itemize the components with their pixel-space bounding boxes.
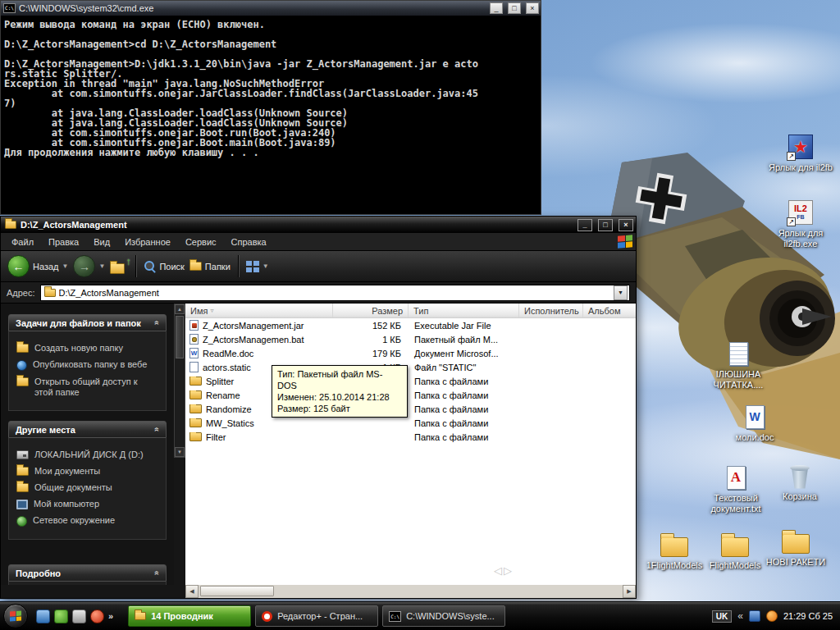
horizontal-scrollbar[interactable] [185,585,636,598]
details-header[interactable]: Подробно [8,564,167,582]
start-button[interactable] [3,604,28,628]
folders-button[interactable]: Папки [189,262,231,272]
column-header-artist[interactable]: Исполнитель [519,304,583,317]
chevron-up-icon[interactable] [153,321,162,326]
sidebar-item-share-folder[interactable]: Открыть общий доступ к этой папке [16,377,158,398]
desktop-icon-text-document[interactable]: ІЛЮШИНА ЧИТАТКА.... [706,340,770,390]
column-header-type[interactable]: Тип [409,304,519,317]
media-player-icon[interactable] [54,609,68,623]
desktop-icon-word-doc[interactable]: моли.doc [723,404,787,443]
column-label: Тип [413,306,428,316]
sidebar-item-local-disk-d[interactable]: ЛОКАЛЬНИЙ ДИСК Д (D:) [16,450,158,460]
desktop-icon-folder-flightmodels[interactable]: FlightModels [703,532,767,571]
batch-file-icon [189,334,199,345]
scrollbar-thumb[interactable] [200,586,274,596]
file-row[interactable]: Randomize Папка с файлами [185,402,636,416]
task-explorer-group[interactable]: 14 Проводник [128,605,251,627]
language-indicator[interactable]: UK [712,610,732,623]
file-row[interactable]: Z_ActorsManagemen.bat 1 КБ Пакетный файл… [185,332,636,346]
tray-app-icon[interactable] [749,610,760,622]
task-editor[interactable]: Редактор+ - Стран... [255,605,378,627]
file-row[interactable]: Filter Папка с файлами [185,430,636,444]
chevron-up-icon[interactable] [153,571,162,576]
file-row[interactable]: actors.static 1 КБ Файл "STATIC" [185,360,636,374]
address-dropdown-button[interactable] [614,285,628,300]
quick-launch [36,609,113,623]
task-cmd[interactable]: C:\WINDOWS\syste... [382,605,505,627]
sidebar-item-publish-web[interactable]: Опубликовать папку в вебе [16,359,158,371]
forward-dropdown-icon[interactable] [98,262,105,270]
other-places-header[interactable]: Другие места [8,421,167,438]
column-header-album[interactable]: Альбом [583,304,636,317]
back-dropdown-icon[interactable] [62,262,69,270]
views-button[interactable] [246,261,269,272]
file-row[interactable]: MW_Statics Папка с файлами [185,416,636,430]
menu-tools[interactable]: Сервис [178,235,224,249]
sidebar-scrollbar[interactable] [174,304,185,458]
sidebar-item-new-folder[interactable]: Создать новую папку [16,343,158,354]
cmd-console[interactable]: Режим вывода команд на экран (ECHO) вклю… [1,16,541,214]
cmd-minimize-button[interactable] [490,2,503,14]
file-row[interactable]: ReadMe.doc 179 КБ Документ Microsof... [185,346,636,360]
scroll-right-button[interactable] [623,585,636,598]
address-input[interactable]: D:\Z_ActorsManagement [40,285,630,301]
back-button[interactable]: Назад [7,255,68,277]
menu-file[interactable]: Файл [4,235,41,249]
show-desktop-icon[interactable] [36,609,50,623]
sidebar-item-network[interactable]: Сетевое окружение [16,515,158,527]
browser-icon[interactable] [90,609,104,623]
explorer-titlebar[interactable]: D:\Z_ActorsManagement [1,217,636,233]
file-name: Rename [206,390,240,400]
search-button[interactable]: Поиск [144,260,184,272]
forward-button[interactable] [73,255,105,277]
menu-view[interactable]: Вид [86,235,117,249]
sidebar-item-shared-documents[interactable]: Общие документы [16,482,158,493]
folder-icon [16,467,29,476]
cmd-restore-button[interactable] [508,2,521,14]
desktop-icon-txt-file[interactable]: Текстовый документ.txt [704,464,768,514]
chevron-up-icon[interactable] [153,427,162,432]
explorer-window: D:\Z_ActorsManagement Файл Правка Вид Из… [0,216,637,599]
file-row[interactable]: Z_ActorsManagement.jar 152 КБ Executable… [185,318,636,332]
snagit-icon[interactable] [72,609,86,623]
scrollbar-thumb[interactable] [176,316,184,358]
menu-favorites[interactable]: Избранное [117,235,178,249]
explorer-maximize-button[interactable] [598,219,613,231]
column-header-name[interactable]: Имя [185,304,333,317]
column-header-size[interactable]: Размер [333,304,409,317]
file-type: Папка с файлами [409,404,519,414]
file-row[interactable]: Splitter Папка с файлами [185,374,636,388]
views-dropdown-icon[interactable] [262,262,269,270]
forward-arrow-icon [73,255,95,277]
explorer-minimize-button[interactable] [578,219,592,231]
file-row[interactable]: Rename Папка с файлами [185,388,636,402]
cmd-title-text: C:\WINDOWS\system32\cmd.exe [19,3,485,13]
menu-help[interactable]: Справка [224,235,274,249]
folder-icon [135,612,146,620]
up-button[interactable] [110,259,128,274]
sidebar-item-my-computer[interactable]: Мой компьютер [16,499,158,509]
desktop-icon-label: Ярлык для il2fb [769,162,833,173]
scroll-left-button[interactable] [185,585,199,598]
quick-launch-overflow-icon[interactable] [108,611,113,621]
tray-expand-icon[interactable] [737,610,743,622]
cmd-titlebar[interactable]: C:\WINDOWS\system32\cmd.exe [1,1,541,16]
sidebar-item-my-documents[interactable]: Мои документы [16,466,158,477]
desktop-icon-il2fb-shortcut[interactable]: Ярлык для il2fb [769,134,833,173]
tray-update-icon[interactable] [766,610,778,622]
section-title: Задачи для файлов и папок [16,318,141,328]
scroll-up-button[interactable] [175,304,185,314]
taskbar-clock[interactable]: 21:29 Сб 25 [783,611,833,621]
cmd-close-button[interactable] [526,2,539,14]
file-tasks-header[interactable]: Задачи для файлов и папок [8,314,167,331]
desktop-icon-recycle-bin[interactable]: Корзина [768,463,832,502]
explorer-close-button[interactable] [619,219,633,231]
scrollbar-track[interactable] [199,585,623,598]
desktop-icon-folder-1flightmodels[interactable]: 1FlightModels [642,532,706,571]
desktop-icon-il2fb-exe-shortcut[interactable]: Ярлык для il2fb.exe [769,199,833,249]
page-icon [727,466,746,490]
menu-edit[interactable]: Правка [41,235,86,249]
scroll-down-button[interactable] [175,447,185,457]
desktop-icon-folder-novi-rakety[interactable]: НОВІ РАКЕТИ [764,528,828,568]
file-name: actors.static [203,363,251,372]
